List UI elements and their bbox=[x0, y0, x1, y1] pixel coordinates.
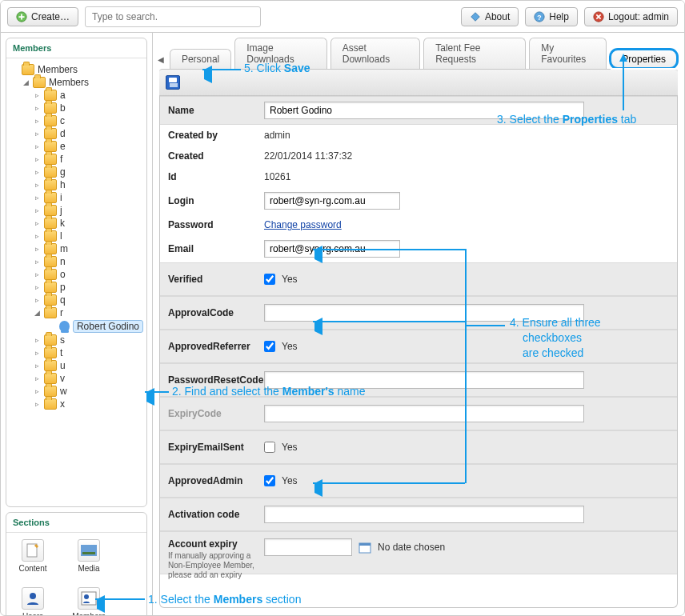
label-accountexpiry: Account expiry If manually approving a N… bbox=[168, 538, 264, 580]
tab-image-downloads[interactable]: Image Downloads bbox=[234, 38, 326, 69]
tree-item[interactable]: ▹c bbox=[11, 114, 143, 127]
tree-item[interactable]: ▹m bbox=[11, 242, 143, 255]
label-expirycode: ExpiryCode bbox=[168, 408, 264, 419]
tree-item[interactable]: ▹w bbox=[11, 385, 143, 398]
folder-icon bbox=[44, 398, 57, 410]
folder-icon bbox=[44, 218, 57, 229]
row-id: Id 10261 bbox=[160, 166, 677, 187]
value-id: 10261 bbox=[264, 171, 290, 182]
tree-item[interactable]: ▹q bbox=[11, 294, 143, 306]
tab-my-favourites[interactable]: My Favourites bbox=[529, 38, 607, 69]
tab-scroll-left[interactable]: ◀ bbox=[158, 55, 164, 64]
expiryemailsent-yes: Yes bbox=[282, 442, 298, 453]
members-tree[interactable]: Members◢Members▹a▹b▹c▹d▹e▹f▹g▹h▹i▹j▹k▹l▹… bbox=[6, 58, 146, 506]
about-button[interactable]: About bbox=[461, 7, 519, 26]
row-expiryemailsent: ExpiryEmailSent Yes bbox=[160, 430, 677, 464]
row-approvedadmin: ApprovedAdmin Yes bbox=[160, 464, 677, 498]
svg-point-7 bbox=[30, 593, 36, 599]
section-users[interactable]: Users bbox=[13, 587, 53, 616]
left-column: Members Members◢Members▹a▹b▹c▹d▹e▹f▹g▹h▹… bbox=[1, 33, 153, 615]
right-column: ◀ Personal Image Downloads Asset Downloa… bbox=[153, 33, 684, 615]
checkbox-approvedadmin[interactable] bbox=[264, 475, 275, 486]
folder-icon bbox=[44, 360, 57, 371]
tree-item[interactable]: ▹d bbox=[11, 127, 143, 140]
input-activationcode[interactable] bbox=[264, 506, 584, 523]
input-login[interactable] bbox=[264, 192, 400, 210]
tree-item[interactable]: ▹n bbox=[11, 255, 143, 268]
help-button[interactable]: ? Help bbox=[525, 7, 578, 26]
checkbox-verified[interactable] bbox=[264, 274, 275, 285]
tree-item[interactable]: ▹v bbox=[11, 372, 143, 385]
row-created: Created 22/01/2014 11:37:32 bbox=[160, 146, 677, 166]
folder-icon bbox=[22, 64, 34, 75]
tree-item[interactable]: ▹t bbox=[11, 346, 143, 359]
tree-item[interactable]: ▹k bbox=[11, 217, 143, 230]
section-content-label: Content bbox=[18, 564, 46, 573]
svg-rect-11 bbox=[359, 543, 371, 546]
save-button[interactable] bbox=[166, 75, 180, 90]
about-label: About bbox=[485, 11, 510, 22]
tab-bar: ◀ Personal Image Downloads Asset Downloa… bbox=[153, 33, 684, 69]
row-approvalcode: ApprovalCode bbox=[160, 296, 677, 330]
tree-item[interactable]: ▹b bbox=[11, 102, 143, 114]
checkbox-expiryemailsent[interactable] bbox=[264, 442, 275, 453]
tree-item[interactable]: ▹x bbox=[11, 398, 143, 410]
input-name[interactable] bbox=[264, 102, 584, 119]
tree-item[interactable]: ▹i bbox=[11, 191, 143, 204]
row-activationcode: Activation code bbox=[160, 498, 677, 531]
tree-item[interactable]: ◢Members bbox=[11, 76, 143, 89]
folder-icon bbox=[44, 256, 57, 267]
logout-icon bbox=[593, 11, 604, 22]
folder-icon bbox=[44, 179, 57, 190]
section-media-label: Media bbox=[78, 564, 99, 573]
row-approvedreferrer: ApprovedReferrer Yes bbox=[160, 330, 677, 363]
folder-icon bbox=[44, 90, 57, 101]
tab-asset-downloads[interactable]: Asset Downloads bbox=[330, 38, 421, 69]
label-created: Created bbox=[168, 150, 264, 162]
checkbox-approvedreferrer[interactable] bbox=[264, 341, 275, 352]
tree-item[interactable]: ▹u bbox=[11, 359, 143, 372]
label-passwordresetcode: PasswordResetCode bbox=[168, 374, 264, 386]
value-created: 22/01/2014 11:37:32 bbox=[264, 150, 352, 162]
members-panel: Members Members◢Members▹a▹b▹c▹d▹e▹f▹g▹h▹… bbox=[6, 38, 147, 507]
tree-item[interactable]: ▹h bbox=[11, 178, 143, 191]
label-approvedadmin: ApprovedAdmin bbox=[168, 475, 264, 486]
members-header: Members bbox=[6, 38, 146, 58]
content-icon bbox=[22, 539, 44, 562]
calendar-icon[interactable] bbox=[359, 541, 371, 554]
tree-item[interactable]: ▹p bbox=[11, 281, 143, 294]
tree-item[interactable]: ▹g bbox=[11, 166, 143, 178]
input-passwordresetcode[interactable] bbox=[264, 371, 584, 389]
plus-icon bbox=[16, 11, 27, 22]
label-createdby: Created by bbox=[168, 130, 264, 141]
tree-item[interactable]: ▹a bbox=[11, 89, 143, 102]
section-media[interactable]: Media bbox=[69, 539, 109, 573]
folder-icon bbox=[44, 192, 57, 203]
tree-item[interactable]: ▹s bbox=[11, 334, 143, 346]
create-button[interactable]: Create… bbox=[7, 7, 78, 26]
search-input[interactable] bbox=[85, 6, 261, 27]
tree-item[interactable]: ▹j bbox=[11, 204, 143, 217]
section-users-label: Users bbox=[22, 612, 43, 616]
tree-item[interactable]: Robert Godino bbox=[11, 319, 143, 334]
tree-item[interactable]: ◢r bbox=[11, 306, 143, 319]
input-accountexpiry[interactable] bbox=[264, 538, 352, 556]
label-approvalcode: ApprovalCode bbox=[168, 307, 264, 318]
input-expirycode[interactable] bbox=[264, 405, 584, 422]
section-content[interactable]: Content bbox=[13, 539, 53, 573]
tree-item[interactable]: ▹l bbox=[11, 230, 143, 242]
row-password: Password Change password bbox=[160, 214, 677, 235]
value-createdby: admin bbox=[264, 130, 290, 141]
member-icon bbox=[59, 321, 70, 332]
folder-icon bbox=[44, 205, 57, 216]
approvedreferrer-yes: Yes bbox=[282, 341, 298, 352]
tab-talent-fee[interactable]: Talent Fee Requests bbox=[423, 38, 526, 69]
row-createdby: Created by admin bbox=[160, 125, 677, 146]
folder-icon bbox=[44, 141, 57, 152]
tree-item[interactable]: Members bbox=[11, 63, 143, 76]
tree-item[interactable]: ▹e bbox=[11, 140, 143, 153]
link-change-password[interactable]: Change password bbox=[264, 219, 342, 230]
tree-item[interactable]: ▹o bbox=[11, 268, 143, 281]
logout-button[interactable]: Logout: admin bbox=[584, 7, 678, 26]
tree-item[interactable]: ▹f bbox=[11, 153, 143, 166]
